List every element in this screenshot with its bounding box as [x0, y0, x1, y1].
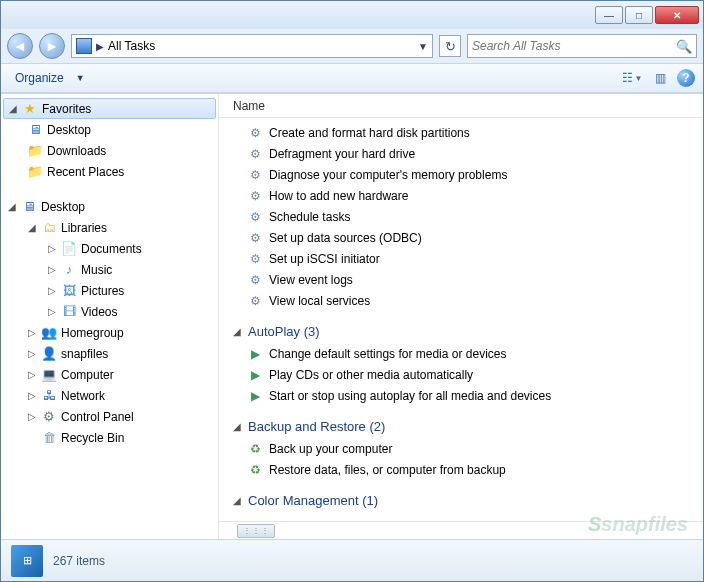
- collapse-icon[interactable]: ◢: [7, 201, 17, 212]
- sidebar-item-desktop-fav[interactable]: 🖥Desktop: [1, 119, 218, 140]
- task-item[interactable]: ⚙Schedule tasks: [229, 206, 703, 227]
- horizontal-scrollbar[interactable]: ⋮⋮⋮: [219, 521, 703, 539]
- task-label: Change default settings for media or dev…: [269, 347, 506, 361]
- group-name: Color Management (1): [248, 493, 378, 508]
- sidebar-item-videos[interactable]: ▷🎞Videos: [1, 301, 218, 322]
- star-icon: ★: [22, 101, 38, 117]
- close-button[interactable]: ✕: [655, 6, 699, 24]
- search-icon: 🔍: [676, 39, 692, 54]
- column-header-name[interactable]: Name: [219, 94, 703, 118]
- task-label: Set up iSCSI initiator: [269, 252, 380, 266]
- sidebar-item-homegroup[interactable]: ▷👥Homegroup: [1, 322, 218, 343]
- main-list: Name ⚙Create and format hard disk partit…: [219, 94, 703, 539]
- task-item[interactable]: ♻Back up your computer: [229, 438, 703, 459]
- group-name: AutoPlay (3): [248, 324, 320, 339]
- desktop-icon: 🖥: [21, 199, 37, 215]
- navbar: ◄ ► ▶ All Tasks ▼ ↻ 🔍: [1, 29, 703, 63]
- task-item[interactable]: ⚙Defragment your hard drive: [229, 143, 703, 164]
- chevron-right-icon[interactable]: ▶: [96, 41, 104, 52]
- location-icon: [76, 38, 92, 54]
- scroll-thumb[interactable]: ⋮⋮⋮: [237, 524, 275, 538]
- collapse-icon[interactable]: ◢: [233, 326, 243, 337]
- expand-icon[interactable]: ▷: [27, 327, 37, 338]
- view-button[interactable]: ☷▼: [621, 68, 643, 88]
- sidebar-libraries[interactable]: ◢ 🗂 Libraries: [1, 217, 218, 238]
- minimize-button[interactable]: —: [595, 6, 623, 24]
- help-button[interactable]: ?: [677, 69, 695, 87]
- sidebar-item-downloads[interactable]: 📁Downloads: [1, 140, 218, 161]
- expand-icon[interactable]: ▷: [27, 390, 37, 401]
- sidebar-item-snapfiles[interactable]: ▷👤snapfiles: [1, 343, 218, 364]
- task-label: Restore data, files, or computer from ba…: [269, 463, 506, 477]
- music-icon: ♪: [61, 262, 77, 278]
- back-button[interactable]: ◄: [7, 33, 33, 59]
- task-icon: ▶: [247, 346, 263, 362]
- task-label: View event logs: [269, 273, 353, 287]
- collapse-icon[interactable]: ◢: [27, 222, 37, 233]
- collapse-icon[interactable]: ◢: [233, 421, 243, 432]
- statusbar: ⊞ 267 items: [1, 539, 703, 581]
- expand-icon[interactable]: ▷: [27, 348, 37, 359]
- sidebar-item-music[interactable]: ▷♪Music: [1, 259, 218, 280]
- sidebar-item-controlpanel[interactable]: ▷⚙Control Panel: [1, 406, 218, 427]
- expand-icon[interactable]: ▷: [47, 264, 57, 275]
- preview-pane-button[interactable]: ▥: [649, 68, 671, 88]
- expand-icon[interactable]: ▷: [47, 306, 57, 317]
- maximize-button[interactable]: □: [625, 6, 653, 24]
- sidebar-desktop[interactable]: ◢ 🖥 Desktop: [1, 196, 218, 217]
- task-item[interactable]: ⚙Diagnose your computer's memory problem…: [229, 164, 703, 185]
- expand-icon[interactable]: ▷: [27, 411, 37, 422]
- breadcrumb[interactable]: ▶ All Tasks ▼: [71, 34, 433, 58]
- task-icon: ▶: [247, 367, 263, 383]
- task-label: Create and format hard disk partitions: [269, 126, 470, 140]
- group-header[interactable]: ◢AutoPlay (3): [229, 319, 703, 343]
- task-item[interactable]: ⚙View event logs: [229, 269, 703, 290]
- organize-button[interactable]: Organize: [9, 68, 70, 88]
- collapse-icon[interactable]: ◢: [8, 103, 18, 114]
- pictures-icon: 🖼: [61, 283, 77, 299]
- task-item[interactable]: ⚙View local services: [229, 290, 703, 311]
- toolbar: Organize ▼ ☷▼ ▥ ?: [1, 63, 703, 93]
- task-item[interactable]: ▶Change default settings for media or de…: [229, 343, 703, 364]
- chevron-down-icon[interactable]: ▼: [76, 73, 85, 83]
- chevron-down-icon[interactable]: ▼: [418, 41, 428, 52]
- task-icon: ⚙: [247, 209, 263, 225]
- task-icon: ♻: [247, 462, 263, 478]
- expand-icon[interactable]: ▷: [27, 369, 37, 380]
- expand-icon[interactable]: ▷: [47, 243, 57, 254]
- task-icon: ⚙: [247, 251, 263, 267]
- search-box[interactable]: 🔍: [467, 34, 697, 58]
- task-label: Play CDs or other media automatically: [269, 368, 473, 382]
- task-label: How to add new hardware: [269, 189, 408, 203]
- expand-icon[interactable]: ▷: [47, 285, 57, 296]
- search-input[interactable]: [472, 39, 672, 53]
- collapse-icon[interactable]: ◢: [233, 495, 243, 506]
- task-icon: ⚙: [247, 167, 263, 183]
- group-header[interactable]: ◢Backup and Restore (2): [229, 414, 703, 438]
- task-item[interactable]: ▶Play CDs or other media automatically: [229, 364, 703, 385]
- refresh-button[interactable]: ↻: [439, 35, 461, 57]
- desktop-icon: 🖥: [27, 122, 43, 138]
- task-item[interactable]: ▶Start or stop using autoplay for all me…: [229, 385, 703, 406]
- network-icon: 🖧: [41, 388, 57, 404]
- forward-button[interactable]: ►: [39, 33, 65, 59]
- sidebar-item-documents[interactable]: ▷📄Documents: [1, 238, 218, 259]
- sidebar-favorites[interactable]: ◢ ★ Favorites: [3, 98, 216, 119]
- task-item[interactable]: ⚙Create and format hard disk partitions: [229, 122, 703, 143]
- task-item[interactable]: ⚙Set up iSCSI initiator: [229, 248, 703, 269]
- task-item[interactable]: ⚙How to add new hardware: [229, 185, 703, 206]
- sidebar-item-recent[interactable]: 📁Recent Places: [1, 161, 218, 182]
- sidebar-item-computer[interactable]: ▷💻Computer: [1, 364, 218, 385]
- task-item[interactable]: ⚙Set up data sources (ODBC): [229, 227, 703, 248]
- sidebar-label: Favorites: [42, 102, 91, 116]
- titlebar: — □ ✕: [1, 1, 703, 29]
- task-label: Schedule tasks: [269, 210, 350, 224]
- task-label: Start or stop using autoplay for all med…: [269, 389, 551, 403]
- sidebar-item-network[interactable]: ▷🖧Network: [1, 385, 218, 406]
- task-item[interactable]: ♻Restore data, files, or computer from b…: [229, 459, 703, 480]
- group-header[interactable]: ◢Color Management (1): [229, 488, 703, 512]
- sidebar-item-recyclebin[interactable]: 🗑Recycle Bin: [1, 427, 218, 448]
- sidebar-item-pictures[interactable]: ▷🖼Pictures: [1, 280, 218, 301]
- user-icon: 👤: [41, 346, 57, 362]
- recyclebin-icon: 🗑: [41, 430, 57, 446]
